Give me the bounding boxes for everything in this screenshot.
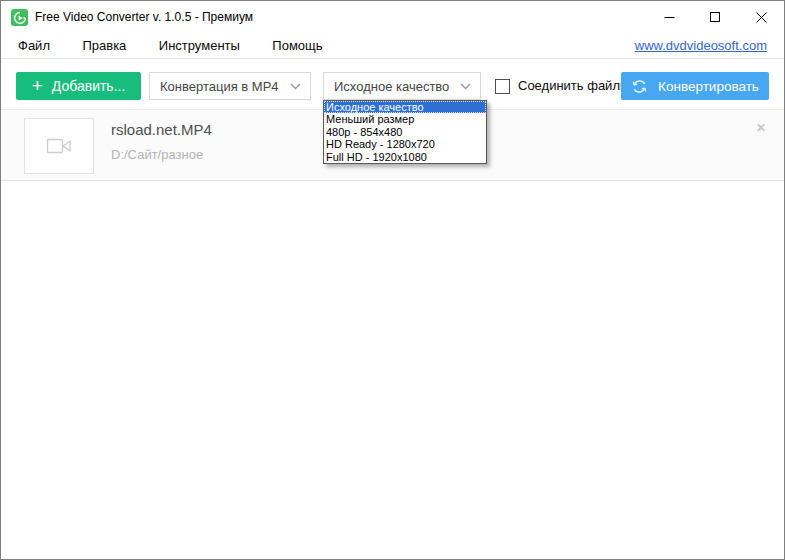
- title-bar: Free Video Converter v. 1.0.5 - Премиум: [1, 1, 784, 33]
- app-logo-icon: [11, 9, 28, 26]
- quality-dropdown-list: Исходное качество Меньший размер 480p - …: [323, 100, 487, 164]
- website-link[interactable]: www.dvdvideosoft.com: [635, 33, 767, 58]
- video-thumbnail: [24, 118, 94, 174]
- remove-file-icon[interactable]: ✕: [752, 119, 770, 137]
- quality-option-hd-ready[interactable]: HD Ready - 1280x720: [324, 138, 486, 150]
- file-list-empty-area: [1, 182, 784, 559]
- menu-help[interactable]: Помощь: [258, 33, 336, 58]
- convert-label: Конвертировать: [658, 79, 759, 94]
- menu-tools[interactable]: Инструменты: [145, 33, 254, 58]
- menu-edit[interactable]: Правка: [68, 33, 140, 58]
- merge-files-checkbox[interactable]: [495, 79, 510, 94]
- quality-option-original[interactable]: Исходное качество: [324, 101, 486, 113]
- quality-option-smaller[interactable]: Меньший размер: [324, 113, 486, 125]
- quality-option-480p[interactable]: 480p - 854x480: [324, 126, 486, 138]
- output-format-select[interactable]: Конвертация в MP4: [149, 72, 311, 100]
- convert-button[interactable]: Конвертировать: [621, 72, 769, 100]
- window-title: Free Video Converter v. 1.0.5 - Премиум: [35, 1, 253, 33]
- maximize-button[interactable]: [692, 1, 738, 33]
- add-files-label: Добавить...: [52, 78, 126, 94]
- app-window: Free Video Converter v. 1.0.5 - Премиум …: [0, 0, 785, 560]
- file-path: D:/Сайт/разное: [111, 147, 203, 162]
- merge-files-label[interactable]: Соединить файлы: [518, 72, 629, 100]
- menu-file[interactable]: Файл: [4, 33, 64, 58]
- convert-refresh-icon: [631, 78, 648, 95]
- minimize-button[interactable]: [646, 1, 692, 33]
- chevron-down-icon: [290, 83, 301, 90]
- file-name: rsload.net.MP4: [111, 121, 212, 138]
- quality-option-full-hd[interactable]: Full HD - 1920x1080: [324, 151, 486, 163]
- menu-bar: Файл Правка Инструменты Помощь www.dvdvi…: [1, 33, 784, 59]
- quality-select-value: Исходное качество: [334, 79, 449, 94]
- chevron-down-icon: [460, 83, 471, 90]
- output-format-value: Конвертация в MP4: [160, 79, 279, 94]
- add-files-button[interactable]: + Добавить...: [16, 72, 141, 100]
- plus-icon: +: [32, 76, 43, 95]
- close-button[interactable]: [738, 1, 784, 33]
- quality-select[interactable]: Исходное качество: [323, 72, 481, 100]
- video-camera-icon: [44, 137, 74, 155]
